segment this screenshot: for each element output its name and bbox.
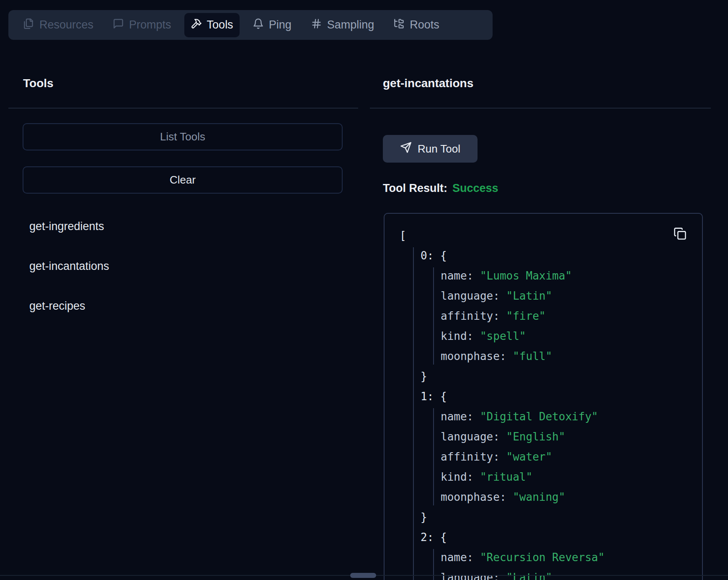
tab-sampling[interactable]: Sampling	[305, 13, 381, 37]
json-row: language: "Latin"	[441, 567, 552, 580]
indent-guide	[433, 267, 434, 365]
json-row: kind: "ritual"	[441, 467, 532, 487]
json-row: affinity: "water"	[441, 447, 552, 467]
tools-panel-title: Tools	[23, 77, 54, 90]
tab-label: Sampling	[327, 18, 374, 31]
tool-list-item-get-incantations[interactable]: get-incantations	[29, 256, 109, 276]
json-row: 0: {	[421, 246, 447, 266]
tab-label: Resources	[39, 18, 93, 31]
tool-list-item-get-ingredients[interactable]: get-ingredients	[29, 216, 104, 236]
bell-icon	[253, 18, 264, 32]
tab-resources[interactable]: Resources	[17, 13, 100, 37]
hash-icon	[311, 18, 322, 32]
message-square-icon	[113, 18, 124, 32]
tab-roots[interactable]: Roots	[387, 13, 446, 37]
copy-icon	[674, 235, 687, 241]
run-tool-button[interactable]: Run Tool	[383, 135, 478, 163]
right-panel-divider	[370, 108, 711, 109]
indent-guide	[433, 408, 434, 505]
run-tool-label: Run Tool	[418, 142, 460, 155]
tab-label: Ping	[269, 18, 292, 31]
folder-tree-icon	[393, 18, 405, 32]
json-row: name: "Recursion Reversa"	[441, 547, 604, 567]
json-row: }	[421, 507, 427, 527]
send-icon	[400, 142, 412, 156]
json-tree: [0: {name: "Lumos Maxima"language: "Lati…	[385, 214, 702, 580]
json-row: name: "Digital Detoxify"	[441, 407, 598, 427]
json-row: 1: {	[421, 386, 447, 407]
tab-ping[interactable]: Ping	[246, 13, 298, 37]
drag-handle[interactable]	[350, 573, 376, 578]
bottom-pane-divider	[0, 575, 728, 576]
tab-bar: Resources Prompts Tools Ping Sampling Ro…	[8, 10, 493, 40]
tool-result-status: Success	[452, 182, 498, 194]
left-panel-divider	[8, 108, 358, 109]
tool-list-item-get-recipes[interactable]: get-recipes	[29, 296, 85, 316]
json-row: name: "Lumos Maxima"	[441, 266, 572, 286]
tab-label: Roots	[410, 18, 439, 31]
clear-button[interactable]: Clear	[23, 166, 343, 194]
copy-icon-button[interactable]	[673, 227, 687, 241]
json-row: kind: "spell"	[441, 326, 526, 346]
json-row: [	[400, 225, 406, 246]
files-icon	[23, 18, 34, 32]
hammer-icon	[191, 18, 202, 32]
json-row: language: "English"	[441, 427, 565, 447]
tab-label: Tools	[207, 18, 233, 31]
tool-result-label: Tool Result:	[383, 182, 447, 194]
json-row: moonphase: "full"	[441, 346, 552, 366]
tool-result-line: Tool Result:Success	[383, 182, 498, 195]
tool-result-json-box[interactable]: [0: {name: "Lumos Maxima"language: "Lati…	[384, 213, 703, 580]
json-row: moonphase: "waning"	[441, 487, 565, 507]
tab-prompts[interactable]: Prompts	[106, 13, 178, 37]
list-tools-button[interactable]: List Tools	[23, 123, 343, 150]
json-row: 2: {	[421, 527, 447, 547]
selected-tool-title: get-incantations	[383, 77, 473, 90]
indent-guide	[413, 247, 414, 580]
json-row: affinity: "fire"	[441, 306, 545, 326]
json-row: language: "Latin"	[441, 286, 552, 306]
json-row: }	[421, 366, 427, 386]
tab-tools[interactable]: Tools	[184, 13, 240, 37]
app-root: Resources Prompts Tools Ping Sampling Ro…	[0, 0, 728, 580]
tab-label: Prompts	[129, 18, 171, 31]
